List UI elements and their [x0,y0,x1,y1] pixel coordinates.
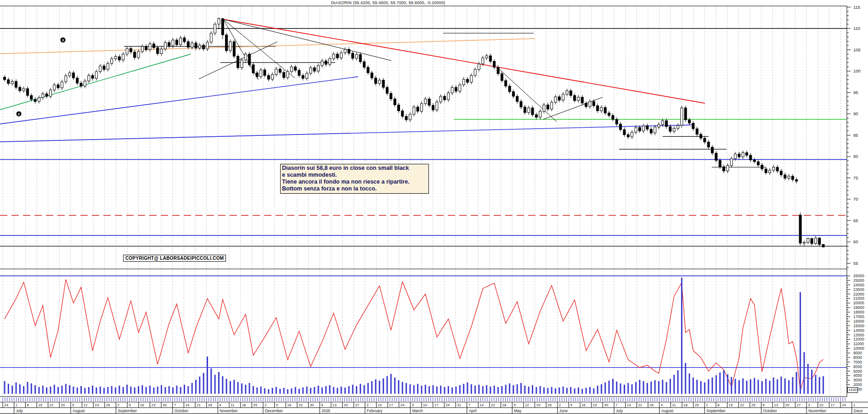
volume-bar [597,386,598,394]
volume-bar [509,383,510,394]
candle-down [508,86,511,92]
candle-up [788,176,790,179]
candle-down [669,127,671,131]
week-tick-label: 12 [84,403,88,407]
candle-down [750,155,752,160]
volume-bar [436,386,438,394]
week-tick-label: 4 [661,403,663,407]
volume-bar [750,379,751,394]
volume-axis-label: 22000 [853,292,864,297]
volume-bar [39,387,40,394]
week-tick-label: 30 [163,403,167,407]
volume-bar [272,388,273,394]
candle-down [723,167,725,171]
month-label: September [118,408,137,413]
candle-down [822,244,824,247]
volume-bar [249,383,250,394]
trendline [0,125,694,142]
candle-down [348,50,350,53]
volume-bar [379,380,380,394]
week-tick-label: 13 [774,403,778,407]
volume-bar [253,386,254,394]
candle-up [68,73,71,76]
volume-bar [279,389,281,394]
candle-down [715,153,717,161]
volume-bar [524,386,525,394]
volume-axis-label: 3000 [853,378,862,382]
candle-up [421,104,423,112]
trendline [0,77,358,124]
month-label: Dece [854,408,863,413]
volume-bar [593,388,594,394]
volume-bar [643,381,644,394]
candle-down [405,117,407,120]
volume-bar [654,380,656,394]
candle-down [646,126,648,129]
volume-axis-label: 17000 [853,314,864,319]
candle-up [451,87,453,93]
candle-down [313,68,316,71]
candle-down [497,67,499,74]
candle-down [168,43,170,46]
volume-bar [96,387,97,394]
candle-down [792,176,794,179]
volume-bar [547,388,548,394]
volume-bar [815,375,817,394]
volume-bar [738,380,740,394]
volume-multiplier-label: x100 [847,387,858,393]
volume-bar [467,382,468,394]
candle-up [317,66,320,71]
candle-down [597,106,599,111]
volume-bar [425,385,426,394]
volume-bar [765,379,767,394]
volume-axis-label: 5000 [853,369,862,374]
volume-bar [23,386,24,394]
volume-bar [635,382,637,394]
volume-bar [218,372,220,394]
stock-chart-canvas[interactable]: 5560657075808590951001051101151000200030… [0,0,868,414]
volume-bar [497,387,499,394]
volume-bar [455,386,457,394]
analyst-annotation-box[interactable]: Diasorin sui 58,8 euro in close con smal… [280,164,429,194]
price-axis-label: 100 [853,68,861,73]
candle-down [371,73,373,78]
week-tick-label: 14 [185,403,189,407]
volume-bar [8,384,9,394]
volume-axis-label: 23000 [853,287,864,292]
candle-down [103,66,105,69]
volume-bar [586,388,587,394]
candle-down [15,81,17,87]
volume-bar [390,374,392,394]
candle-up [95,72,97,78]
volume-axis-label: 19000 [853,305,864,310]
candle-down [574,95,576,101]
volume-bar [494,386,495,394]
candle-down [696,129,698,134]
volume-bar [459,385,461,394]
candle-down [531,108,534,115]
annotation-line: e scambi mmodesti. [282,172,427,179]
candle-up [38,98,40,101]
candle-up [566,91,568,94]
volume-bar [731,377,732,394]
candle-up [310,68,312,73]
volume-bar [360,384,361,394]
candle-down [267,75,270,79]
volume-bar [16,382,17,394]
candle-up [577,97,580,101]
volume-bar [187,386,189,394]
candle-down [256,73,258,77]
month-label: October [175,408,188,413]
week-tick-label: 30 [604,403,608,407]
candle-down [237,56,239,68]
week-tick-label: 17 [389,403,393,407]
week-tick-label: 18 [683,403,688,407]
volume-bar [398,380,400,394]
volume-axis-label: 11000 [853,341,864,346]
volume-bar [505,385,507,394]
volume-bar [65,384,67,394]
chart-application-window: 5560657075808590951001051101151000200030… [0,0,868,414]
week-tick-label: 28 [208,403,212,407]
volume-bar [57,387,59,394]
volume-bar [800,292,801,394]
